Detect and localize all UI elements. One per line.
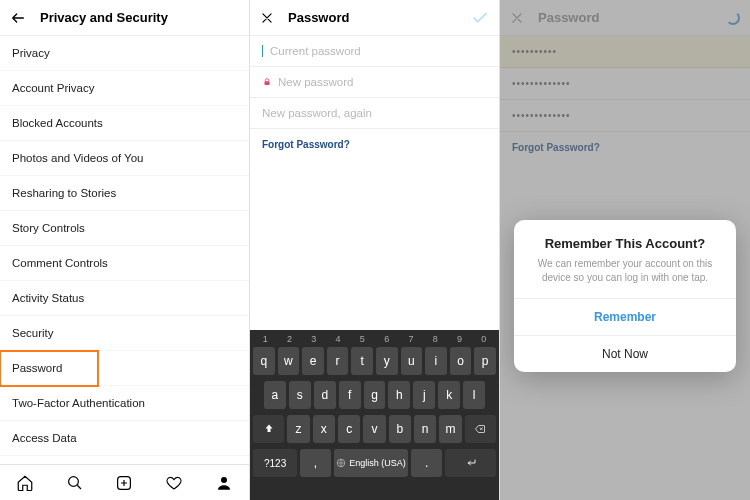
privacy-security-screen: Privacy and Security PrivacyAccount Priv… [0,0,250,500]
close-icon[interactable] [260,11,274,25]
settings-item-access-data[interactable]: Access Data [0,421,249,456]
hint-1: 1 [253,334,277,344]
key-u[interactable]: u [401,347,423,375]
dialog-message: We can remember your account on this dev… [514,257,736,298]
key-b[interactable]: b [389,415,411,443]
key-d[interactable]: d [314,381,336,409]
key-p[interactable]: p [474,347,496,375]
remember-account-screen: Password •••••••••• ••••••••••••• ••••••… [500,0,750,500]
panel1-title: Privacy and Security [40,10,168,25]
key-l[interactable]: l [463,381,485,409]
key-x[interactable]: x [313,415,335,443]
panel2-title: Password [288,10,471,25]
key-q[interactable]: q [253,347,275,375]
remember-button[interactable]: Remember [514,298,736,335]
key-y[interactable]: y [376,347,398,375]
settings-item-photos-and-videos-of-you[interactable]: Photos and Videos of You [0,141,249,176]
shift-key[interactable] [253,415,284,443]
key-v[interactable]: v [363,415,385,443]
settings-item-security[interactable]: Security [0,316,249,351]
key-h[interactable]: h [388,381,410,409]
activity-icon[interactable] [165,474,183,492]
keyboard-row-1: qwertyuiop [250,344,499,378]
key-a[interactable]: a [264,381,286,409]
bottom-nav [0,464,249,500]
hint-6: 6 [374,334,398,344]
hint-0: 0 [472,334,496,344]
hint-5: 5 [350,334,374,344]
lock-icon [262,77,272,87]
settings-item-password[interactable]: Password [0,351,249,386]
hint-8: 8 [423,334,447,344]
language-label: English (USA) [349,458,406,468]
keyboard-row-2: asdfghjkl [250,378,499,412]
key-g[interactable]: g [364,381,386,409]
password-fields: Current password New password New passwo… [250,36,499,129]
change-password-screen: Password Current password New password N… [250,0,500,500]
new-password-again-placeholder: New password, again [262,107,372,119]
key-o[interactable]: o [450,347,472,375]
remember-account-dialog: Remember This Account? We can remember y… [514,220,736,372]
panel1-header: Privacy and Security [0,0,249,36]
keyboard-row-3: zxcvbnm [250,412,499,446]
current-password-placeholder: Current password [270,45,361,57]
key-j[interactable]: j [413,381,435,409]
svg-point-0 [68,476,78,486]
settings-item-account-privacy[interactable]: Account Privacy [0,71,249,106]
new-password-placeholder: New password [278,76,353,88]
back-icon[interactable] [10,10,26,26]
search-icon[interactable] [66,474,84,492]
soft-keyboard: 1234567890 qwertyuiop asdfghjkl zxcvbnm … [250,330,499,500]
backspace-key[interactable] [465,415,496,443]
settings-item-resharing-to-stories[interactable]: Resharing to Stories [0,176,249,211]
svg-rect-3 [265,81,270,85]
key-z[interactable]: z [287,415,309,443]
three-panel-tutorial: Privacy and Security PrivacyAccount Priv… [0,0,750,500]
key-i[interactable]: i [425,347,447,375]
forgot-password-link[interactable]: Forgot Password? [250,129,499,160]
key-t[interactable]: t [351,347,373,375]
language-key[interactable]: English (USA) [334,449,409,477]
key-w[interactable]: w [278,347,300,375]
confirm-check-icon[interactable] [471,9,489,27]
add-post-icon[interactable] [115,474,133,492]
comma-key[interactable]: , [300,449,331,477]
settings-list[interactable]: PrivacyAccount PrivacyBlocked AccountsPh… [0,36,249,464]
current-password-field[interactable]: Current password [250,36,499,67]
hint-4: 4 [326,334,350,344]
new-password-field[interactable]: New password [250,67,499,98]
key-e[interactable]: e [302,347,324,375]
settings-item-activity-status[interactable]: Activity Status [0,281,249,316]
key-r[interactable]: r [327,347,349,375]
settings-item-story-controls[interactable]: Story Controls [0,211,249,246]
key-n[interactable]: n [414,415,436,443]
hint-3: 3 [302,334,326,344]
hint-7: 7 [399,334,423,344]
keyboard-bottom-row: ?123 , English (USA) . [250,446,499,481]
symbols-key[interactable]: ?123 [253,449,297,477]
dialog-title: Remember This Account? [514,220,736,257]
key-k[interactable]: k [438,381,460,409]
settings-item-download-data[interactable]: Download Data [0,456,249,464]
hint-2: 2 [277,334,301,344]
new-password-again-field[interactable]: New password, again [250,98,499,129]
hint-9: 9 [447,334,471,344]
text-caret [262,45,263,57]
not-now-button[interactable]: Not Now [514,335,736,372]
svg-point-2 [221,477,227,483]
enter-key[interactable] [445,449,496,477]
key-c[interactable]: c [338,415,360,443]
dot-key[interactable]: . [411,449,442,477]
keyboard-number-hints: 1234567890 [250,330,499,344]
settings-item-privacy[interactable]: Privacy [0,36,249,71]
profile-icon[interactable] [215,474,233,492]
key-f[interactable]: f [339,381,361,409]
settings-item-comment-controls[interactable]: Comment Controls [0,246,249,281]
key-m[interactable]: m [439,415,461,443]
settings-item-two-factor-authentication[interactable]: Two-Factor Authentication [0,386,249,421]
key-s[interactable]: s [289,381,311,409]
home-icon[interactable] [16,474,34,492]
panel2-header: Password [250,0,499,36]
settings-item-blocked-accounts[interactable]: Blocked Accounts [0,106,249,141]
